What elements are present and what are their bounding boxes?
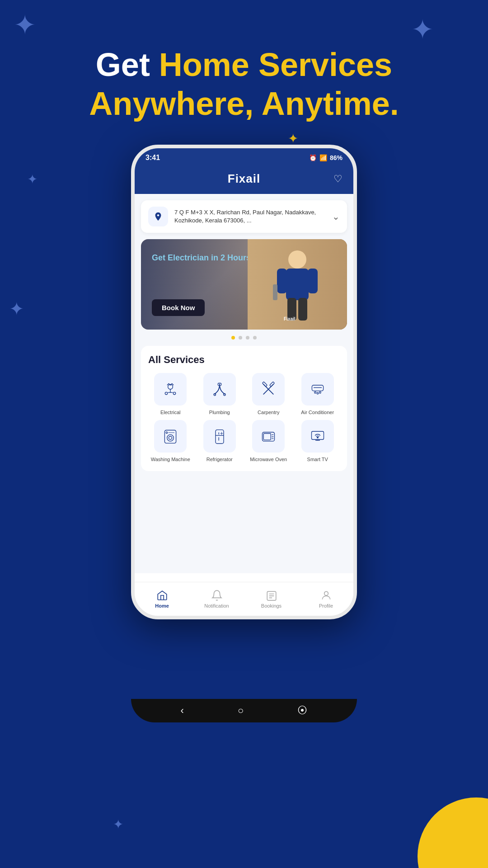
- book-now-button[interactable]: Book Now: [152, 299, 205, 316]
- phone-gesture-bar: ‹ ○ ⦿: [131, 699, 357, 722]
- svg-point-39: [272, 436, 273, 438]
- svg-rect-30: [216, 430, 224, 444]
- svg-point-23: [317, 392, 319, 394]
- plumbing-icon-box: [203, 373, 236, 406]
- ac-icon: [310, 381, 326, 397]
- bookings-nav-label: Bookings: [261, 603, 282, 609]
- status-icons: ⏰ 📶 86%: [309, 154, 343, 161]
- carousel-dots: [135, 336, 353, 340]
- nav-home[interactable]: Home: [135, 582, 189, 616]
- washing-machine-icon: [162, 428, 178, 444]
- electrical-label: Electrical: [160, 409, 181, 415]
- hero-highlight: Home Services: [159, 47, 392, 83]
- service-item-ac[interactable]: Air Conditioner: [296, 373, 340, 415]
- svg-point-27: [169, 436, 172, 439]
- svg-point-26: [167, 435, 174, 441]
- location-icon-wrap: [148, 207, 168, 226]
- washing-icon-box: [154, 420, 187, 453]
- phone-frame: 3:41 ⏰ 📶 86% Fixail ♡ 7 Q F M+3 X X, Rar…: [131, 145, 357, 619]
- ac-icon-box: [301, 373, 334, 406]
- hero-section: Get Home Services Anywhere, Anytime.: [0, 45, 488, 123]
- profile-nav-label: Profile: [319, 603, 333, 609]
- svg-point-24: [319, 392, 321, 393]
- services-grid: Electrical Plumbing: [148, 373, 340, 463]
- service-item-microwave[interactable]: Microwave Oven: [246, 420, 291, 462]
- home-button[interactable]: ○: [238, 705, 244, 717]
- star-decor-2: ✦: [27, 172, 38, 187]
- microwave-icon-box: [252, 420, 285, 453]
- svg-point-49: [324, 591, 328, 595]
- chevron-down-icon[interactable]: ⌄: [332, 211, 340, 222]
- nav-profile[interactable]: Profile: [299, 582, 353, 616]
- status-time: 3:41: [145, 154, 160, 162]
- heart-icon[interactable]: ♡: [333, 173, 343, 185]
- service-item-washing[interactable]: Washing Machine: [148, 420, 193, 462]
- plumbing-icon: [211, 381, 228, 397]
- service-item-smarttv[interactable]: Smart TV: [296, 420, 340, 462]
- refrigerator-icon: [211, 428, 228, 444]
- alarm-icon: ⏰: [309, 154, 317, 161]
- refrigerator-icon-box: [203, 420, 236, 453]
- star-decor-5: ✦: [411, 14, 434, 45]
- svg-point-14: [214, 393, 216, 396]
- notification-icon: [211, 590, 223, 601]
- smarttv-label: Smart TV: [307, 456, 328, 462]
- dot-1[interactable]: [231, 336, 235, 340]
- wifi-icon: 📶: [319, 154, 327, 161]
- banner-headline: Get Electrician in 2 Hours: [152, 253, 251, 263]
- status-bar: 3:41 ⏰ 📶 86%: [135, 148, 353, 167]
- phone-content: 7 Q F M+3 X X, Rarichan Rd, Paul Nagar, …: [135, 194, 353, 573]
- battery-level: 86%: [330, 154, 343, 161]
- notification-nav-label: Notification: [204, 603, 229, 609]
- plumbing-label: Plumbing: [209, 409, 230, 415]
- star-yellow-1: ✦: [288, 131, 298, 146]
- address-bar[interactable]: 7 Q F M+3 X X, Rarichan Rd, Paul Nagar, …: [141, 200, 347, 233]
- svg-point-12: [174, 392, 176, 394]
- svg-point-28: [166, 432, 168, 434]
- carpentry-label: Carpentry: [258, 409, 279, 415]
- svg-point-15: [223, 393, 225, 396]
- nav-bookings[interactable]: Bookings: [244, 582, 299, 616]
- bookings-icon: [266, 590, 277, 601]
- star-decor-3: ✦: [9, 298, 24, 319]
- svg-rect-18: [263, 382, 267, 387]
- star-decor-4: ✦: [113, 817, 123, 832]
- svg-rect-6: [273, 284, 277, 300]
- smart-tv-icon: [310, 428, 326, 444]
- electrical-icon: [162, 381, 178, 397]
- svg-point-22: [314, 392, 316, 393]
- svg-rect-37: [263, 434, 271, 440]
- nav-notification[interactable]: Notification: [189, 582, 244, 616]
- service-item-electrical[interactable]: Electrical: [148, 373, 193, 415]
- address-text: 7 Q F M+3 X X, Rarichan Rd, Paul Nagar, …: [174, 208, 326, 225]
- services-section-title: All Services: [148, 354, 340, 366]
- refrigerator-label: Refrigerator: [206, 456, 233, 462]
- dot-3[interactable]: [246, 336, 249, 340]
- microwave-icon: [260, 428, 277, 444]
- electrical-icon-box: [154, 373, 187, 406]
- home-icon: [156, 590, 168, 601]
- location-icon: [153, 212, 163, 222]
- service-item-refrigerator[interactable]: Refrigerator: [197, 420, 242, 462]
- worker-svg: Fixail: [270, 244, 324, 325]
- banner-worker-image: Fixail: [248, 239, 347, 330]
- promo-banner: Get Electrician in 2 Hours Book Now Fixa…: [141, 239, 347, 330]
- svg-rect-3: [308, 269, 318, 293]
- recent-button[interactable]: ⦿: [297, 705, 307, 717]
- dot-4[interactable]: [253, 336, 257, 340]
- svg-rect-1: [286, 269, 309, 300]
- profile-icon: [320, 590, 332, 601]
- back-button[interactable]: ‹: [181, 705, 184, 717]
- yellow-circle-decor: [418, 797, 488, 868]
- svg-rect-20: [312, 385, 323, 391]
- svg-text:Fixail: Fixail: [284, 316, 296, 321]
- service-item-carpentry[interactable]: Carpentry: [246, 373, 291, 415]
- star-decor-1: ✦: [14, 9, 36, 41]
- home-nav-label: Home: [155, 603, 169, 609]
- service-item-plumbing[interactable]: Plumbing: [197, 373, 242, 415]
- carpentry-icon: [260, 381, 277, 397]
- dot-2[interactable]: [239, 336, 242, 340]
- app-header: Fixail ♡: [135, 167, 353, 194]
- carpentry-icon-box: [252, 373, 285, 406]
- microwave-label: Microwave Oven: [250, 456, 287, 462]
